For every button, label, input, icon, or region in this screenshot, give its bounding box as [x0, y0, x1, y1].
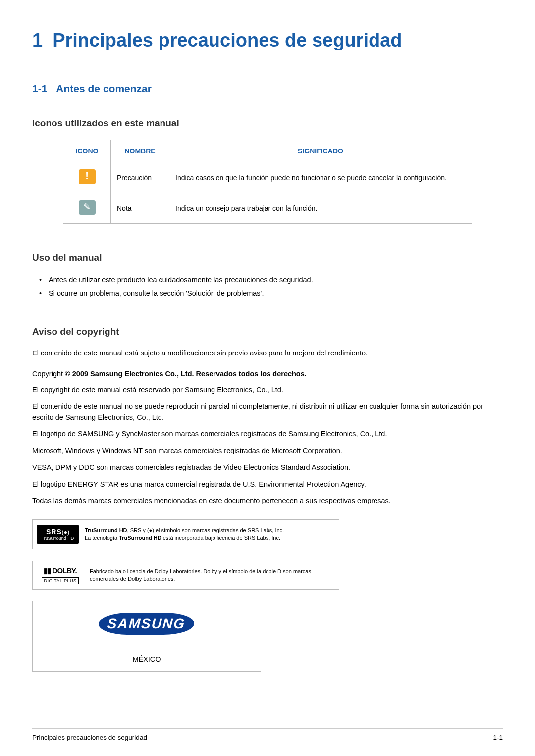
section-number: 1-1	[32, 83, 47, 94]
footer-left: Principales precauciones de seguridad	[32, 734, 147, 741]
copyright-line: Copyright © 2009 Samsung Electronics Co.…	[32, 370, 503, 378]
col-meaning: SIGNIFICADO	[169, 140, 472, 162]
chapter-title-text: Principales precauciones de seguridad	[53, 30, 402, 50]
usage-heading: Uso del manual	[32, 252, 503, 263]
srs-text-c: La tecnología	[85, 535, 119, 541]
dolby-logo-plus: DIGITAL PLUS	[42, 577, 78, 584]
srs-logo-box: SRS(●) TruSurround HD TruSurround HD, SR…	[32, 519, 339, 549]
srs-text-b: , SRS y (●) el símbolo son marcas regist…	[127, 527, 284, 533]
copyright-para: El contenido de este manual no se puede …	[32, 402, 503, 423]
note-icon	[79, 200, 96, 215]
icons-heading: Iconos utilizados en este manual	[32, 118, 503, 129]
copyright-para: Todas las demás marcas comerciales menci…	[32, 496, 503, 506]
copyright-para: El logotipo de SAMSUNG y SyncMaster son …	[32, 429, 503, 440]
section-title: 1-1Antes de comenzar	[32, 83, 503, 98]
icons-table: ICONO NOMBRE SIGNIFICADO Precaución Indi…	[63, 140, 472, 224]
page-footer: Principales precauciones de seguridad 1-…	[32, 728, 503, 741]
srs-logo-circ: (●)	[62, 529, 69, 536]
row-name: Precaución	[111, 162, 169, 193]
srs-text-e: está incorporada bajo licencia de SRS La…	[161, 535, 280, 541]
table-row: Nota Indica un consejo para trabajar con…	[63, 193, 472, 224]
srs-logo-icon: SRS(●) TruSurround HD	[37, 525, 79, 544]
srs-logo-sub: TruSurround HD	[42, 536, 74, 541]
table-row: Precaución Indica casos en que la funció…	[63, 162, 472, 193]
copyright-prefix: Copyright	[32, 370, 65, 378]
col-name: NOMBRE	[111, 140, 169, 162]
copyright-para: VESA, DPM y DDC son marcas comerciales r…	[32, 462, 503, 473]
samsung-logo-icon: SAMSUNG	[98, 613, 195, 635]
list-item: Si ocurre un problema, consulte la secci…	[39, 288, 503, 299]
chapter-title: 1Principales precauciones de seguridad	[32, 30, 503, 55]
dolby-logo-dd: ▮▮ DOLBY.	[37, 566, 84, 575]
section-title-text: Antes de comenzar	[56, 83, 152, 94]
dolby-text: Fabricado bajo licencia de Dolby Laborat…	[90, 568, 335, 583]
samsung-box: SAMSUNG MÉXICO	[32, 601, 261, 672]
col-icon: ICONO	[63, 140, 111, 162]
copyright-intro: El contenido de este manual está sujeto …	[32, 348, 503, 359]
dolby-logo-icon: ▮▮ DOLBY. DIGITAL PLUS	[37, 566, 84, 584]
srs-text: TruSurround HD, SRS y (●) el símbolo son…	[85, 527, 335, 542]
srs-logo-big: SRS	[46, 528, 62, 536]
usage-bullets: Antes de utilizar este producto lea cuid…	[39, 274, 503, 299]
row-meaning: Indica casos en que la función puede no …	[169, 162, 472, 193]
copyright-heading: Aviso del copyright	[32, 326, 503, 337]
copyright-bold: © 2009 Samsung Electronics Co., Ltd. Res…	[65, 370, 307, 378]
row-meaning: Indica un consejo para trabajar con la f…	[169, 193, 472, 224]
caution-icon	[79, 169, 96, 184]
list-item: Antes de utilizar este producto lea cuid…	[39, 274, 503, 286]
footer-right: 1-1	[493, 734, 503, 741]
chapter-number: 1	[32, 30, 43, 50]
copyright-para: El copyright de este manual está reserva…	[32, 385, 503, 396]
srs-text-a: TruSurround HD	[85, 527, 127, 533]
row-name: Nota	[111, 193, 169, 224]
srs-text-d: TruSurround HD	[119, 535, 161, 541]
copyright-para: El logotipo ENERGY STAR es una marca com…	[32, 479, 503, 490]
dolby-logo-box: ▮▮ DOLBY. DIGITAL PLUS Fabricado bajo li…	[32, 561, 339, 590]
copyright-para: Microsoft, Windows y Windows NT son marc…	[32, 446, 503, 456]
samsung-country: MÉXICO	[39, 655, 255, 663]
